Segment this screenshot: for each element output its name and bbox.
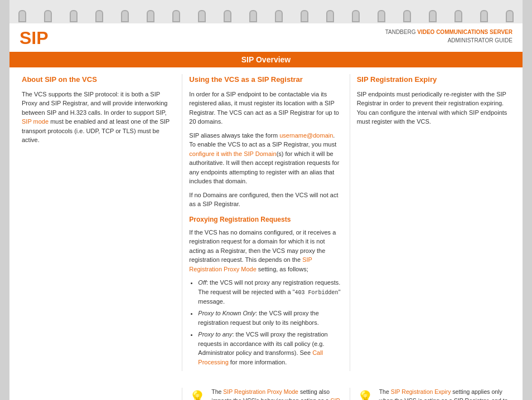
bullet-list: Off: the VCS will not proxy any registra… bbox=[189, 278, 342, 367]
bullet-known-only: Proxy to Known Only: the VCS will proxy … bbox=[198, 309, 342, 327]
col2-para1: In order for a SIP endpoint to be contac… bbox=[189, 90, 342, 126]
bullet-off: Off: the VCS will not proxy any registra… bbox=[198, 278, 342, 306]
ring bbox=[44, 10, 52, 22]
sip-mode-link[interactable]: SIP mode bbox=[22, 118, 49, 125]
col3-heading: SIP Registration Expiry bbox=[357, 74, 510, 85]
call-processing-link[interactable]: Call Processing bbox=[198, 349, 323, 365]
ring bbox=[147, 10, 154, 22]
ring bbox=[429, 10, 437, 22]
binder-top bbox=[9, 0, 523, 23]
section-banner: SIP Overview bbox=[9, 52, 523, 67]
sip-reg-expiry-tip-link[interactable]: SIP Registration Expiry bbox=[391, 388, 451, 395]
col-about-sip: About SIP on the VCS The VCS supports th… bbox=[15, 74, 182, 371]
ring bbox=[403, 10, 411, 22]
ring bbox=[352, 10, 360, 22]
tip-box-expiry: 💡 The SIP Registration Expiry setting ap… bbox=[350, 388, 517, 400]
brand-name: TANDBERG bbox=[385, 29, 416, 35]
username-domain-link[interactable]: username@domain bbox=[279, 132, 333, 139]
col3-para1: SIP endpoints must periodically re-regis… bbox=[357, 90, 510, 126]
col-sip-expiry: SIP Registration Expiry SIP endpoints mu… bbox=[350, 74, 517, 371]
doc-header: SIP TANDBERG VIDEO COMMUNICATIONS SERVER… bbox=[9, 23, 523, 52]
col1-heading: About SIP on the VCS bbox=[22, 74, 175, 85]
col-sip-registrar: Using the VCS as a SIP Registrar In orde… bbox=[182, 74, 350, 371]
ring bbox=[378, 10, 385, 22]
col2-para2: SIP aliases always take the form usernam… bbox=[189, 131, 342, 186]
tip-text-2: The SIP Registration Expiry setting appl… bbox=[379, 388, 510, 400]
sub-heading-proxying: Proxying Registration Requests bbox=[189, 214, 342, 225]
ring bbox=[172, 10, 180, 22]
ring bbox=[480, 10, 488, 22]
ring bbox=[326, 10, 334, 22]
configure-link[interactable]: configure it with the SIP Domain bbox=[189, 150, 276, 157]
tip-icon-1: 💡 bbox=[189, 388, 206, 400]
ring bbox=[70, 10, 78, 22]
col2-sub-para1: If the VCS has no domains configured, or… bbox=[189, 228, 342, 274]
ring bbox=[18, 10, 26, 22]
brand-sub: ADMINISTRATOR GUIDE bbox=[448, 37, 512, 43]
tip-box-proxy-mode: 💡 The SIP Registration Proxy Mode settin… bbox=[182, 388, 350, 400]
tip-area: 💡 The SIP Registration Proxy Mode settin… bbox=[9, 388, 523, 400]
binder-rings bbox=[15, 10, 517, 23]
bullet-proxy-any: Proxy to any: the VCS will proxy the reg… bbox=[198, 330, 342, 367]
document: SIP TANDBERG VIDEO COMMUNICATIONS SERVER… bbox=[9, 23, 523, 400]
ring bbox=[275, 10, 283, 22]
ring bbox=[198, 10, 206, 22]
ring bbox=[121, 10, 129, 22]
ring bbox=[249, 10, 257, 22]
sip-proxy-mode-link[interactable]: SIP Registration Proxy Mode bbox=[189, 256, 312, 272]
ring bbox=[454, 10, 462, 22]
col1-para1: The VCS supports the SIP protocol: it is… bbox=[22, 90, 175, 145]
doc-title: SIP bbox=[20, 28, 49, 48]
tip-empty bbox=[15, 388, 182, 400]
col2-para3: If no Domains are configured, then the V… bbox=[189, 191, 342, 209]
ring bbox=[224, 10, 231, 22]
tip-icon-2: 💡 bbox=[357, 388, 374, 400]
col2-heading: Using the VCS as a SIP Registrar bbox=[189, 74, 342, 85]
sip-reg-proxy-mode-tip-link[interactable]: SIP Registration Proxy Mode bbox=[223, 388, 298, 395]
doc-brand: TANDBERG VIDEO COMMUNICATIONS SERVER ADM… bbox=[385, 28, 512, 45]
ring bbox=[506, 10, 514, 22]
sip-proxy-server-link[interactable]: SIP Proxy Server bbox=[211, 397, 340, 400]
brand-highlight: VIDEO COMMUNICATIONS SERVER bbox=[417, 29, 512, 35]
ring bbox=[95, 10, 103, 22]
ring bbox=[301, 10, 308, 22]
tip-text-1: The SIP Registration Proxy Mode setting … bbox=[211, 388, 342, 400]
content-area: About SIP on the VCS The VCS supports th… bbox=[9, 74, 523, 371]
